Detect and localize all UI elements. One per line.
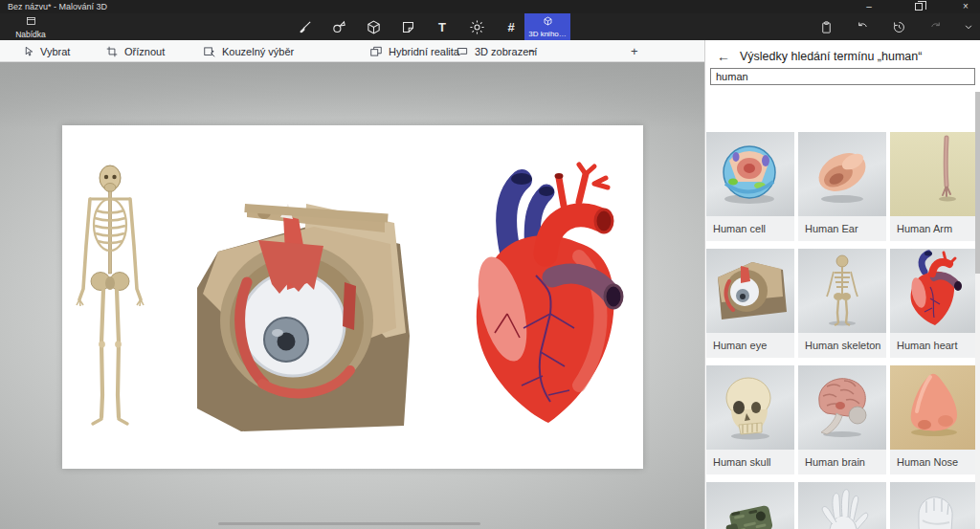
mixed-reality-button[interactable]: Hybridní realita bbox=[369, 40, 459, 62]
crop-icon bbox=[105, 45, 119, 58]
edit-toolbar: Vybrat Oříznout Kouzelný výběr Hybridní … bbox=[0, 40, 705, 62]
paste-clipboard-icon bbox=[819, 20, 834, 34]
human-brain-thumbnail bbox=[798, 365, 886, 450]
canvas-tool-icon: # bbox=[507, 20, 514, 34]
zoom-in-icon: + bbox=[631, 44, 638, 58]
result-label: Human Arm bbox=[890, 216, 976, 241]
window-title: Bez názvu* - Malování 3D bbox=[8, 2, 107, 11]
human-nose-thumbnail bbox=[890, 365, 976, 450]
restore-button[interactable] bbox=[904, 0, 933, 13]
search-results-title: Výsledky hledání termínu „human“ bbox=[740, 50, 922, 63]
eye-anatomy-3d-model[interactable] bbox=[191, 194, 414, 435]
minimize-icon: – bbox=[866, 1, 872, 11]
result-tile-human-heart[interactable]: Human heart bbox=[890, 249, 976, 358]
2d-shapes-tool-button[interactable] bbox=[322, 13, 356, 40]
3d-view-button[interactable]: 3D zobrazení bbox=[456, 40, 537, 62]
result-tile-human-arm[interactable]: Human Arm bbox=[890, 132, 976, 241]
result-label: Human skeleton bbox=[798, 333, 886, 358]
3d-library-label: 3D kniho… bbox=[524, 30, 570, 38]
open-hand-thumbnail bbox=[798, 482, 886, 529]
mixed-reality-label: Hybridní realita bbox=[389, 46, 459, 57]
result-tile-human-brain[interactable]: Human brain bbox=[798, 365, 886, 474]
text-tool-icon: T bbox=[438, 20, 446, 34]
human-eye-thumbnail bbox=[706, 249, 794, 333]
zoom-out-button[interactable]: − bbox=[528, 40, 536, 62]
close-button[interactable]: × bbox=[951, 0, 980, 13]
restore-icon bbox=[915, 3, 923, 11]
text-tool-button[interactable]: T bbox=[425, 13, 459, 40]
result-tile-human-eye[interactable]: Human eye bbox=[706, 249, 794, 358]
result-label: Human Nose bbox=[890, 450, 976, 474]
history-button[interactable] bbox=[884, 13, 913, 40]
select-button[interactable]: Vybrat bbox=[21, 40, 70, 62]
titlebar: Bez názvu* - Malování 3D – × bbox=[0, 0, 980, 13]
close-icon: × bbox=[963, 1, 969, 11]
result-tile-human-nose[interactable]: Human Nose bbox=[890, 365, 976, 474]
minimize-button[interactable]: – bbox=[855, 0, 883, 13]
human-arm-thumbnail bbox=[890, 132, 976, 216]
human-skull-thumbnail bbox=[706, 365, 794, 450]
stickers-icon bbox=[400, 19, 416, 35]
panel-scrollbar[interactable] bbox=[975, 92, 980, 529]
redo-icon bbox=[928, 20, 943, 34]
3d-shapes-icon bbox=[366, 19, 382, 35]
camo-object-thumbnail bbox=[706, 482, 794, 529]
result-tile-human-ear[interactable]: Human Ear bbox=[798, 132, 886, 241]
paste-button[interactable] bbox=[812, 13, 840, 40]
search-input[interactable] bbox=[710, 68, 975, 85]
stickers-tool-button[interactable] bbox=[390, 13, 425, 40]
canvas-tool-button[interactable]: # bbox=[494, 13, 528, 40]
workspace[interactable] bbox=[0, 62, 705, 529]
result-label: Human eye bbox=[706, 333, 794, 358]
fist-thumbnail bbox=[890, 482, 976, 529]
select-cursor-icon bbox=[21, 45, 34, 58]
result-label: Human brain bbox=[798, 450, 886, 474]
3d-library-button[interactable]: 3D kniho… bbox=[524, 13, 570, 40]
main-toolbar: Nabídka T # 3D kniho… bbox=[0, 13, 980, 40]
3d-library-panel: ← Výsledky hledání termínu „human“ bbox=[704, 40, 980, 529]
undo-button[interactable] bbox=[848, 13, 877, 40]
crop-label: Oříznout bbox=[124, 46, 165, 57]
result-label: Human skull bbox=[706, 450, 794, 474]
human-ear-thumbnail bbox=[798, 132, 886, 216]
result-tile-human-skull[interactable]: Human skull bbox=[706, 365, 794, 474]
redo-button[interactable] bbox=[921, 13, 949, 40]
undo-icon bbox=[856, 20, 870, 34]
skeleton-3d-model[interactable] bbox=[75, 165, 145, 430]
result-tile-human-cell[interactable]: Human cell bbox=[706, 132, 794, 241]
effects-tool-button[interactable] bbox=[459, 13, 494, 40]
canvas-horizontal-scrollbar[interactable] bbox=[218, 522, 480, 525]
crop-button[interactable]: Oříznout bbox=[105, 40, 165, 62]
human-skeleton-thumbnail bbox=[798, 249, 886, 333]
zoom-out-icon: − bbox=[528, 44, 536, 58]
drawing-canvas[interactable] bbox=[62, 125, 643, 469]
expand-toolbar-button[interactable] bbox=[954, 13, 980, 40]
result-tile-partial-1[interactable] bbox=[706, 482, 794, 529]
select-label: Vybrat bbox=[40, 46, 70, 57]
result-label: Human cell bbox=[706, 216, 794, 241]
heart-3d-model[interactable] bbox=[464, 161, 629, 430]
result-tile-partial-2[interactable] bbox=[798, 482, 886, 529]
2d-shapes-icon bbox=[331, 19, 347, 35]
mixed-reality-icon bbox=[369, 45, 383, 58]
result-tile-partial-3[interactable] bbox=[890, 482, 976, 529]
menu-button[interactable]: Nabídka bbox=[6, 13, 56, 40]
3d-shapes-tool-button[interactable] bbox=[356, 13, 390, 40]
effects-sun-icon bbox=[469, 19, 485, 35]
results-grid: Human cell Human Ear bbox=[705, 92, 976, 529]
brush-icon bbox=[297, 19, 313, 35]
menu-icon bbox=[25, 15, 37, 27]
magic-select-icon bbox=[203, 45, 216, 58]
history-clock-icon bbox=[892, 20, 906, 34]
back-arrow-icon: ← bbox=[717, 49, 730, 64]
back-button[interactable]: ← bbox=[715, 48, 732, 65]
panel-scrollbar-thumb[interactable] bbox=[975, 92, 980, 274]
chevron-down-icon bbox=[962, 20, 975, 33]
paint3d-window: Bez názvu* - Malování 3D – × Nabídka T # bbox=[0, 0, 980, 529]
zoom-in-button[interactable]: + bbox=[631, 40, 638, 62]
brushes-tool-button[interactable] bbox=[287, 13, 322, 40]
human-heart-thumbnail bbox=[890, 249, 976, 333]
magic-select-button[interactable]: Kouzelný výběr bbox=[203, 40, 294, 62]
magic-select-label: Kouzelný výběr bbox=[222, 46, 294, 57]
result-tile-human-skeleton[interactable]: Human skeleton bbox=[798, 249, 886, 358]
